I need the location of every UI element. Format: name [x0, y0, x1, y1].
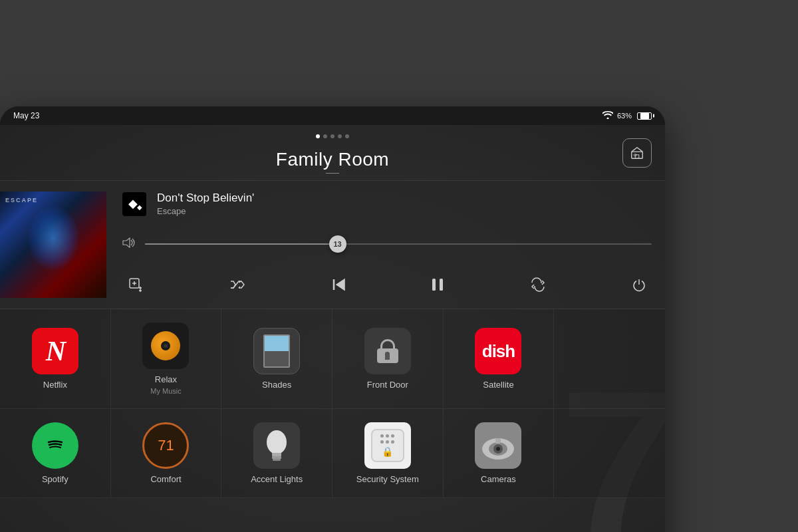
svg-rect-13: [440, 279, 443, 291]
lock-keyhole: [385, 352, 390, 360]
security-dot-5: [386, 440, 389, 444]
dot-2: [323, 134, 327, 138]
title-underline: [326, 173, 339, 174]
lock-visual: [377, 339, 398, 363]
app-satellite[interactable]: dish Satellite: [444, 309, 555, 409]
relax-icon: [142, 323, 189, 369]
tidal-logo: [122, 192, 146, 216]
security-dot-4: [380, 440, 384, 444]
security-dot-6: [391, 440, 394, 444]
album-art: ESCAPE: [0, 192, 106, 298]
comfort-label: Comfort: [150, 474, 181, 484]
power-button[interactable]: [626, 272, 652, 297]
svg-marker-3: [123, 238, 130, 247]
spotify-icon: [32, 422, 78, 469]
security-lock-icon: 🔒: [382, 446, 393, 457]
relax-sublabel: My Music: [150, 387, 181, 395]
track-album: Escape: [157, 206, 254, 216]
lights-icon: [253, 422, 300, 469]
shuffle-button[interactable]: [224, 273, 251, 297]
shade-top: [265, 336, 289, 351]
status-right: 63%: [602, 111, 652, 121]
tidal-icon: [128, 198, 141, 211]
dot-4: [338, 134, 342, 138]
music-player: ESCAPE Don't Stop Believin' Escape: [0, 180, 665, 309]
app-security[interactable]: 🔒 Security System: [332, 409, 444, 498]
shade-bottom: [265, 351, 289, 366]
app-empty2: [554, 409, 665, 498]
shade-visual: [263, 334, 290, 368]
room-title: Family Room: [276, 149, 389, 174]
app-empty1: [554, 309, 665, 409]
app-comfort[interactable]: 71 Comfort: [111, 409, 222, 498]
player-controls: Don't Stop Believin' Escape: [106, 192, 652, 298]
ipad-device: May 23 63% 7: [0, 106, 665, 532]
svg-point-14: [42, 432, 68, 459]
add-to-queue-button[interactable]: [122, 271, 149, 298]
netflix-icon: N: [32, 328, 78, 374]
svg-rect-12: [432, 279, 436, 291]
volume-knob[interactable]: 13: [329, 235, 346, 253]
netflix-label: Netflix: [43, 380, 67, 390]
home-icon: [630, 146, 644, 160]
security-icon: 🔒: [364, 422, 411, 469]
spotify-label: Spotify: [42, 474, 68, 484]
app-netflix[interactable]: N Netflix: [0, 309, 111, 409]
app-frontdoor[interactable]: Front Door: [332, 309, 444, 409]
transport-controls: [122, 271, 652, 298]
status-date: May 23: [13, 111, 39, 120]
speaker-visual: [151, 331, 180, 360]
apps-grid-row2: Spotify 71 Comfort: [0, 409, 665, 498]
battery-icon: [637, 112, 652, 120]
svg-rect-17: [272, 456, 281, 459]
track-details: Don't Stop Believin' Escape: [157, 192, 254, 216]
volume-control: 13: [122, 237, 652, 251]
dish-icon: dish: [475, 328, 521, 374]
security-dot-3: [391, 434, 394, 438]
album-art-text: ESCAPE: [5, 197, 38, 203]
relax-label: Relax: [155, 374, 177, 384]
svg-rect-18: [273, 459, 281, 461]
volume-icon: [122, 237, 136, 251]
status-bar: May 23 63%: [0, 106, 665, 125]
satellite-label: Satellite: [483, 380, 513, 390]
repeat-button[interactable]: [525, 272, 551, 297]
app-cameras[interactable]: Cameras: [444, 409, 555, 498]
volume-fill: [145, 243, 338, 245]
accentlights-label: Accent Lights: [251, 474, 303, 484]
security-dot-1: [380, 434, 384, 438]
comfort-temp: 71: [158, 437, 174, 454]
dish-logo-text: dish: [482, 341, 515, 362]
svg-rect-1: [635, 155, 639, 159]
scene: May 23 63% 7: [0, 0, 798, 532]
dot-5: [345, 134, 349, 138]
security-label: Security System: [356, 474, 419, 484]
security-dots-2: [380, 440, 394, 444]
room-name-text: Family Room: [276, 149, 389, 170]
svg-marker-10: [336, 279, 344, 290]
battery-percentage: 63%: [617, 112, 632, 120]
previous-button[interactable]: [326, 273, 351, 297]
security-panel: 🔒: [371, 429, 404, 462]
security-dots: [380, 434, 394, 438]
lock-body: [377, 348, 398, 363]
svg-point-15: [267, 430, 287, 454]
dot-3: [331, 134, 334, 138]
album-art-inner: ESCAPE: [0, 192, 106, 298]
header: Family Room: [0, 125, 665, 180]
content-area: 7 Family Room: [0, 125, 665, 532]
app-shades[interactable]: Shades: [221, 309, 332, 409]
lock-shackle: [380, 339, 395, 348]
frontdoor-label: Front Door: [367, 380, 408, 390]
app-relax[interactable]: Relax My Music: [111, 309, 222, 409]
cameras-label: Cameras: [481, 474, 516, 484]
home-button[interactable]: [622, 138, 652, 168]
app-accentlights[interactable]: Accent Lights: [221, 409, 332, 498]
frontdoor-icon: [364, 328, 411, 374]
volume-slider[interactable]: 13: [145, 243, 652, 245]
comfort-icon: 71: [142, 422, 189, 469]
cameras-icon: [475, 422, 521, 469]
pause-button[interactable]: [426, 272, 450, 297]
app-spotify[interactable]: Spotify: [0, 409, 111, 498]
security-dot-2: [386, 434, 389, 438]
